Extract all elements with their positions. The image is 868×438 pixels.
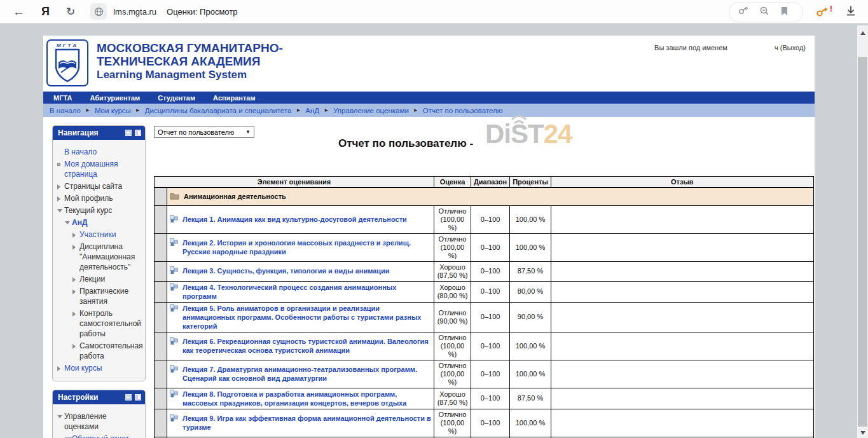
breadcrumb-item-3[interactable]: АнД bbox=[305, 107, 319, 114]
back-icon[interactable]: ← bbox=[13, 6, 25, 18]
scroll-down-icon[interactable] bbox=[857, 428, 868, 438]
nav-label[interactable]: Страницы сайта bbox=[64, 181, 122, 191]
expand-icon[interactable] bbox=[72, 229, 79, 238]
item-link[interactable]: Лекция 3. Сущность, функция, типология и… bbox=[183, 266, 390, 275]
settings-label[interactable]: Обзорный отчет bbox=[72, 434, 129, 438]
key-icon[interactable] bbox=[738, 6, 749, 18]
url-text[interactable]: lms.mgta.ru bbox=[113, 7, 156, 17]
item-link[interactable]: Лекция 5. Роль аниматоров в организации … bbox=[183, 304, 431, 331]
nav-label[interactable]: Лекции bbox=[79, 274, 105, 284]
org-title: МОСКОВСКАЯ ГУМАНИТАРНО- ТЕХНИЧЕСКАЯ АКАД… bbox=[97, 41, 283, 82]
nav-label[interactable]: Практические занятия bbox=[79, 286, 142, 306]
nav-label[interactable]: Текущий курс bbox=[64, 205, 112, 216]
nav-item-2[interactable]: Страницы сайта bbox=[57, 181, 142, 191]
toolbar-pill bbox=[729, 2, 803, 22]
expand-icon[interactable] bbox=[57, 181, 64, 189]
percent-cell: 100,00 % bbox=[510, 360, 551, 388]
nav-label[interactable]: Дисциплина "Анимационная деятельность" bbox=[79, 242, 142, 272]
grade-value: Отлично bbox=[437, 334, 468, 342]
nav-label[interactable]: Мои курсы bbox=[64, 363, 102, 373]
login-status: Вы зашли под именем ч (Выход) bbox=[654, 44, 806, 51]
nav-item-8[interactable]: Лекции bbox=[72, 274, 142, 284]
collapse-block-icon[interactable] bbox=[125, 130, 132, 136]
settings-item-1[interactable]: Обзорный отчет bbox=[65, 434, 142, 438]
dock-block-icon[interactable] bbox=[135, 394, 141, 400]
topnav-item-1[interactable]: Абитуриентам bbox=[90, 94, 140, 102]
nav-label[interactable]: Самостоятельная работа bbox=[79, 341, 143, 361]
scroll-up-icon[interactable] bbox=[857, 28, 868, 38]
report-type-select[interactable]: Отчет по пользователю ▼ bbox=[154, 126, 254, 138]
nav-item-7[interactable]: Дисциплина "Анимационная деятельность" bbox=[72, 242, 142, 272]
topnav-item-2[interactable]: Студентам bbox=[158, 94, 195, 102]
grade-percent: (90,00 %) bbox=[437, 317, 468, 325]
settings-item-0[interactable]: Управление оценками bbox=[57, 411, 142, 432]
expand-icon[interactable] bbox=[72, 274, 79, 282]
reload-icon[interactable]: ↻ bbox=[66, 6, 75, 17]
collapse-icon[interactable] bbox=[57, 411, 64, 418]
collapse-block-icon[interactable] bbox=[125, 394, 132, 400]
download-icon[interactable] bbox=[845, 5, 857, 19]
navigation-block-title: Навигация bbox=[58, 128, 99, 137]
nav-item-6[interactable]: Участники bbox=[72, 229, 142, 240]
breadcrumb-item-2[interactable]: Дисциплины бакалавриата и специалитета bbox=[145, 107, 292, 114]
grade-item-row: Лекция 7. Драматургия анимационно-театра… bbox=[155, 360, 814, 388]
org-title-line3: Learning Managment System bbox=[97, 68, 283, 82]
breadcrumb-item-1[interactable]: Мои курсы bbox=[95, 107, 131, 114]
zoom-search-icon[interactable] bbox=[759, 6, 770, 18]
item-link[interactable]: Лекция 9. Игра как эффективная форма ани… bbox=[183, 414, 431, 432]
indent-cell bbox=[155, 188, 167, 205]
lesson-icon bbox=[170, 390, 178, 399]
yandex-logo-icon[interactable]: Я bbox=[41, 6, 50, 17]
nav-item-12[interactable]: Мои курсы bbox=[57, 363, 142, 373]
breadcrumb-item-4[interactable]: Управление оценками bbox=[333, 107, 409, 114]
nav-item-4[interactable]: Текущий курс bbox=[57, 205, 142, 216]
site-header: МГТА МОСКОВСКАЯ ГУМАНИТАРНО- ТЕХНИЧЕСКАЯ… bbox=[43, 36, 815, 92]
nav-item-3[interactable]: Мой профиль bbox=[57, 193, 142, 203]
nav-label[interactable]: Моя домашняя страница bbox=[64, 159, 142, 179]
grade-percent: (100,00 %) bbox=[437, 419, 468, 435]
item-link[interactable]: Лекция 7. Драматургия анимационно-театра… bbox=[183, 365, 431, 383]
mgta-logo[interactable]: МГТА bbox=[46, 39, 88, 86]
topnav-item-0[interactable]: МГТА bbox=[53, 94, 72, 102]
nav-label[interactable]: Участники bbox=[79, 229, 116, 240]
nav-label[interactable]: Контроль самостоятельной работы bbox=[79, 308, 142, 339]
expand-icon[interactable] bbox=[57, 193, 64, 202]
nav-label[interactable]: В начало bbox=[64, 147, 97, 157]
nav-item-9[interactable]: Практические занятия bbox=[72, 286, 142, 306]
expand-icon[interactable] bbox=[72, 242, 79, 250]
grade-cell: Отлично(100,00 %) bbox=[434, 233, 471, 261]
item-inner: Лекция 9. Игра как эффективная форма ани… bbox=[170, 414, 431, 432]
collapse-icon[interactable] bbox=[57, 205, 64, 212]
item-link[interactable]: Лекция 4. Технологический процесс создан… bbox=[183, 283, 431, 301]
scrollbar-thumb[interactable] bbox=[858, 57, 867, 427]
expand-icon[interactable] bbox=[72, 308, 79, 317]
collapse-icon[interactable] bbox=[65, 217, 72, 224]
item-link[interactable]: Лекция 2. История и хронология массовых … bbox=[183, 238, 431, 256]
nav-item-11[interactable]: Самостоятельная работа bbox=[72, 341, 142, 361]
expand-icon[interactable] bbox=[72, 341, 79, 349]
breadcrumb-item-0[interactable]: В начало bbox=[50, 107, 81, 114]
nav-item-5[interactable]: АнД bbox=[65, 217, 142, 228]
nav-label[interactable]: АнД bbox=[72, 217, 87, 228]
nav-item-10[interactable]: Контроль самостоятельной работы bbox=[72, 308, 142, 339]
item-link[interactable]: Лекция 1. Анимация как вид культурно-дос… bbox=[183, 215, 407, 224]
address-bar[interactable]: lms.mgta.ru Оценки: Просмотр bbox=[90, 3, 237, 20]
expand-icon[interactable] bbox=[72, 286, 79, 294]
item-name-cell: Лекция 4. Технологический процесс создан… bbox=[167, 281, 434, 302]
settings-label[interactable]: Управление оценками bbox=[64, 411, 142, 432]
page-scrollbar[interactable] bbox=[857, 25, 868, 438]
logout-link[interactable]: ч (Выход) bbox=[775, 44, 806, 51]
dock-block-icon[interactable] bbox=[135, 130, 141, 136]
nav-item-1[interactable]: Моя домашняя страница bbox=[57, 159, 142, 179]
password-alert-icon[interactable]: ! bbox=[816, 6, 829, 18]
item-link[interactable]: Лекция 6. Рекреационная сущность туристс… bbox=[183, 337, 431, 355]
grade-value: Хорошо bbox=[437, 284, 468, 292]
item-name-cell: Лекция 3. Сущность, функция, типология и… bbox=[167, 261, 434, 281]
expand-icon[interactable] bbox=[57, 363, 64, 371]
item-link[interactable]: Лекция 8. Подготовка и разработка анимац… bbox=[183, 390, 431, 407]
nav-label[interactable]: Мой профиль bbox=[64, 193, 113, 203]
screen: ← Я ↻ lms.mgta.ru Оценки: Просмотр ! bbox=[0, 0, 868, 438]
report-grid-icon bbox=[65, 434, 72, 438]
topnav-item-3[interactable]: Аспирантам bbox=[213, 94, 255, 102]
bookmark-icon[interactable] bbox=[780, 6, 789, 18]
